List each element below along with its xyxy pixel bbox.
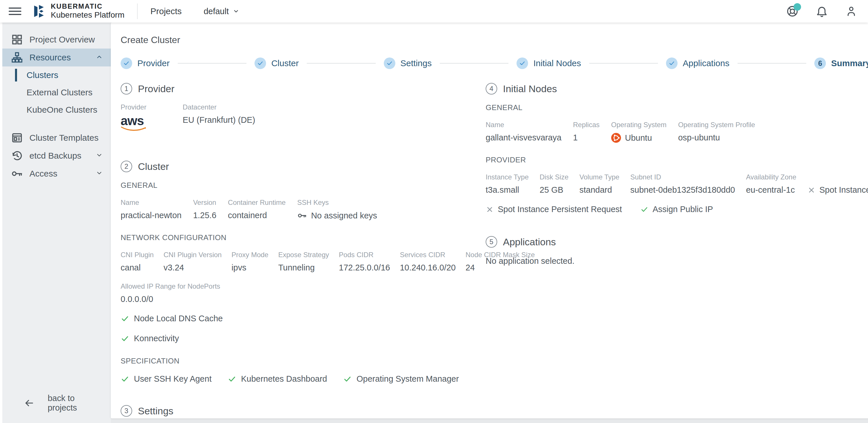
field-label: CNI Plugin (121, 251, 154, 259)
feature-kubernetes-dashboard: Kubernetes Dashboard (228, 374, 327, 384)
step-label: Settings (401, 58, 432, 68)
field-value: osp-ubuntu (678, 133, 755, 142)
x-icon (807, 186, 815, 194)
project-selector[interactable]: default (204, 7, 239, 16)
topbar-divider (137, 3, 137, 19)
field-label: Pods CIDR (339, 251, 390, 259)
brand-line2: Kubernetes Platform (51, 10, 124, 20)
step-check-icon (517, 57, 528, 69)
sidebar-item-clusters[interactable]: Clusters (2, 66, 111, 84)
step-initial-nodes[interactable]: Initial Nodes (517, 57, 581, 69)
sidebar-item-cluster-templates[interactable]: Cluster Templates (2, 129, 111, 147)
step-connector (178, 63, 246, 63)
brand-line1: KUBERMATIC (51, 3, 124, 10)
step-settings[interactable]: Settings (384, 57, 432, 69)
bell-icon[interactable] (815, 5, 828, 18)
section-number: 4 (486, 83, 497, 94)
section-provider-header: 1 Provider (121, 83, 486, 94)
step-label: Applications (683, 58, 730, 68)
field-label: Provider (121, 103, 171, 111)
field-label: Subnet ID (630, 173, 735, 181)
field-label: Datacenter (183, 103, 255, 111)
section-applications-header: 5 Applications (486, 236, 868, 248)
history-icon (11, 150, 23, 162)
back-link-label: back to projects (48, 394, 102, 413)
step-applications[interactable]: Applications (666, 57, 730, 69)
step-cluster[interactable]: Cluster (254, 57, 299, 69)
sidebar-item-kubeone-clusters[interactable]: KubeOne Clusters (2, 101, 111, 118)
step-check-icon (666, 57, 678, 69)
sidebar-item-external-clusters[interactable]: External Clusters (2, 84, 111, 101)
field-label: Disk Size (539, 173, 568, 181)
field-value: 172.25.0.0/16 (339, 263, 390, 273)
topbar: KUBERMATIC Kubernetes Platform Projects … (0, 0, 868, 23)
chevron-down-icon (233, 8, 239, 15)
step-provider[interactable]: Provider (121, 57, 170, 69)
template-icon (11, 132, 23, 144)
section-initial-nodes-header: 4 Initial Nodes (486, 83, 868, 94)
field-value: eu-central-1c (746, 185, 796, 195)
sidebar-item-access[interactable]: Access (2, 165, 111, 182)
project-selector-value: default (204, 7, 229, 16)
notification-dot (794, 3, 801, 11)
sidebar-item-etcd-backups[interactable]: etcd Backups (2, 147, 111, 165)
help-icon[interactable] (786, 5, 799, 18)
key-icon (297, 210, 307, 221)
aws-logo: aws (121, 115, 147, 132)
sidebar-item-label: Resources (29, 53, 71, 62)
check-icon (228, 375, 236, 384)
ubuntu-logo (611, 133, 621, 143)
section-title: Initial Nodes (503, 83, 557, 94)
x-icon (486, 205, 494, 214)
field-value: Ubuntu (611, 133, 666, 143)
create-cluster-card: Create Cluster Provider Cluster (111, 23, 868, 418)
kubermatic-logo (32, 4, 46, 19)
check-icon (121, 314, 129, 323)
field-label: CNI Plugin Version (164, 251, 222, 259)
nav-projects-link[interactable]: Projects (150, 6, 182, 16)
section-settings-header: 3 Settings (121, 405, 486, 417)
field-label: Allowed IP Range for NodePorts (121, 282, 220, 290)
subsection-specification: SPECIFICATION (121, 357, 486, 366)
field-value: gallant-visvesvaraya (486, 133, 562, 142)
subsection-general: GENERAL (486, 103, 868, 112)
sidebar-item-project-overview[interactable]: Project Overview (2, 31, 111, 49)
user-icon[interactable] (845, 5, 858, 18)
field-value: No assigned keys (297, 210, 377, 221)
sidebar-item-label: Cluster Templates (29, 133, 99, 143)
wizard-stepper: Provider Cluster Settings (121, 57, 868, 69)
arrow-left-icon (24, 397, 34, 409)
back-to-projects-link[interactable]: back to projects (2, 394, 111, 423)
field-label: Operating System (611, 121, 666, 129)
field-value: subnet-0deb1325f3d180dd0 (630, 185, 735, 195)
step-label: Summary (831, 58, 868, 68)
field-value: canal (121, 263, 154, 273)
field-value: 10.240.16.0/20 (400, 263, 456, 273)
section-number: 3 (121, 405, 132, 417)
step-connector (307, 63, 375, 63)
field-label: Container Runtime (228, 198, 286, 206)
step-summary[interactable]: 6 Summary (814, 57, 868, 69)
field-label: Services CIDR (400, 251, 456, 259)
step-connector (440, 63, 508, 63)
field-label: Proxy Mode (231, 251, 268, 259)
feature-konnectivity: Konnectivity (121, 334, 486, 343)
sidebar-item-label: etcd Backups (29, 151, 82, 161)
section-number: 5 (486, 236, 497, 248)
menu-icon[interactable] (9, 5, 21, 18)
sidebar-item-label: KubeOne Clusters (27, 105, 97, 115)
left-edge (0, 23, 2, 423)
feature-node-local-dns: Node Local DNS Cache (121, 314, 486, 323)
subsection-network: NETWORK CONFIGURATION (121, 233, 486, 242)
step-check-icon (384, 57, 395, 69)
section-number: 2 (121, 161, 132, 172)
step-check-icon (254, 57, 266, 69)
section-number: 1 (121, 83, 132, 94)
field-value: standard (580, 185, 619, 195)
field-value: 1.25.6 (193, 210, 216, 220)
field-value: EU (Frankfurt) (DE) (183, 115, 255, 125)
flag-spot-instance: Spot Instance (807, 185, 868, 195)
sidebar-item-resources[interactable]: Resources (2, 49, 111, 66)
chevron-up-icon (96, 53, 103, 62)
page-title: Create Cluster (121, 35, 868, 45)
